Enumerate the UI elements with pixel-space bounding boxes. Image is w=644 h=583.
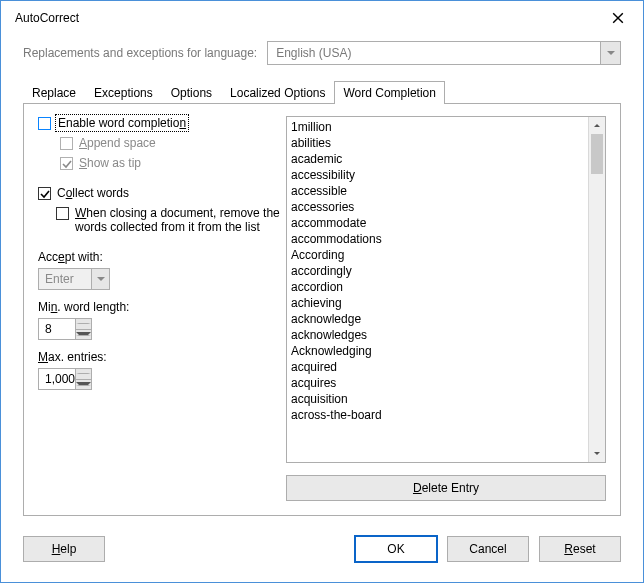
list-item[interactable]: 1million — [291, 119, 588, 135]
spinner-buttons[interactable] — [75, 369, 91, 389]
list-item[interactable]: accordingly — [291, 263, 588, 279]
arrow-up-icon[interactable] — [76, 319, 91, 330]
show-as-tip-label: Show as tip — [79, 156, 141, 170]
collect-words-checkbox[interactable] — [38, 187, 51, 200]
show-as-tip-checkbox[interactable] — [60, 157, 73, 170]
autocorrect-dialog: AutoCorrect Replacements and exceptions … — [0, 0, 644, 583]
tab-replace[interactable]: Replace — [23, 81, 85, 104]
arrow-down-icon[interactable] — [76, 380, 91, 390]
min-word-length-value: 8 — [45, 322, 52, 336]
collect-words-label: Collect words — [57, 186, 129, 200]
list-item[interactable]: abilities — [291, 135, 588, 151]
arrow-up-icon[interactable] — [76, 369, 91, 380]
max-entries-label: Max. entries: — [38, 350, 282, 364]
language-label: Replacements and exceptions for language… — [23, 46, 257, 60]
min-word-length-label: Min. word length: — [38, 300, 282, 314]
tab-options[interactable]: Options — [162, 81, 221, 104]
close-icon[interactable] — [603, 3, 633, 33]
scroll-thumb[interactable] — [591, 134, 603, 174]
list-item[interactable]: acknowledges — [291, 327, 588, 343]
list-item[interactable]: accessibility — [291, 167, 588, 183]
list-item[interactable]: According — [291, 247, 588, 263]
scroll-up-icon[interactable] — [589, 117, 605, 134]
reset-button[interactable]: Reset — [539, 536, 621, 562]
list-item[interactable]: academic — [291, 151, 588, 167]
list-item[interactable]: acquired — [291, 359, 588, 375]
min-word-length-spinner[interactable]: 8 — [38, 318, 92, 340]
list-item[interactable]: acquires — [291, 375, 588, 391]
append-space-label: Append space — [79, 136, 156, 150]
remove-words-label: When closing a document, remove the word… — [75, 206, 282, 234]
list-item[interactable]: across-the-board — [291, 407, 588, 423]
remove-words-checkbox[interactable] — [56, 207, 69, 220]
scroll-down-icon[interactable] — [589, 445, 605, 462]
arrow-down-icon[interactable] — [76, 330, 91, 340]
list-item[interactable]: accordion — [291, 279, 588, 295]
tab-word-completion[interactable]: Word Completion — [334, 81, 444, 104]
help-button[interactable]: Help — [23, 536, 105, 562]
spinner-buttons[interactable] — [75, 319, 91, 339]
cancel-button[interactable]: Cancel — [447, 536, 529, 562]
enable-word-completion-checkbox[interactable] — [38, 117, 51, 130]
dialog-button-row: Help OK Cancel Reset — [1, 526, 643, 582]
max-entries-value: 1,000 — [45, 372, 75, 386]
enable-word-completion-label: Enable word completion — [57, 116, 187, 130]
scroll-track[interactable] — [589, 134, 605, 445]
list-item[interactable]: accommodate — [291, 215, 588, 231]
accept-with-combo[interactable]: Enter — [38, 268, 110, 290]
scrollbar[interactable] — [588, 117, 605, 462]
tab-localized-options[interactable]: Localized Options — [221, 81, 334, 104]
list-item[interactable]: Acknowledging — [291, 343, 588, 359]
list-item[interactable]: accessories — [291, 199, 588, 215]
chevron-down-icon — [600, 42, 620, 64]
tabstrip: Replace Exceptions Options Localized Opt… — [23, 79, 621, 103]
list-item[interactable]: acquisition — [291, 391, 588, 407]
list-item[interactable]: accommodations — [291, 231, 588, 247]
accept-with-value: Enter — [45, 272, 74, 286]
accept-with-label: Accept with: — [38, 250, 282, 264]
list-item[interactable]: accessible — [291, 183, 588, 199]
word-list-inner: 1millionabilitiesacademicaccessibilityac… — [287, 117, 588, 462]
language-value: English (USA) — [276, 46, 351, 60]
tab-body: Enable word completion Append space Show… — [23, 103, 621, 516]
tab-exceptions[interactable]: Exceptions — [85, 81, 162, 104]
titlebar: AutoCorrect — [1, 1, 643, 35]
max-entries-spinner[interactable]: 1,000 — [38, 368, 92, 390]
chevron-down-icon — [91, 269, 109, 289]
window-title: AutoCorrect — [15, 11, 603, 25]
list-item[interactable]: achieving — [291, 295, 588, 311]
word-list[interactable]: 1millionabilitiesacademicaccessibilityac… — [286, 116, 606, 463]
list-item[interactable]: acknowledge — [291, 311, 588, 327]
delete-entry-button[interactable]: Delete Entry — [286, 475, 606, 501]
language-combo[interactable]: English (USA) — [267, 41, 621, 65]
ok-button[interactable]: OK — [355, 536, 437, 562]
append-space-checkbox[interactable] — [60, 137, 73, 150]
